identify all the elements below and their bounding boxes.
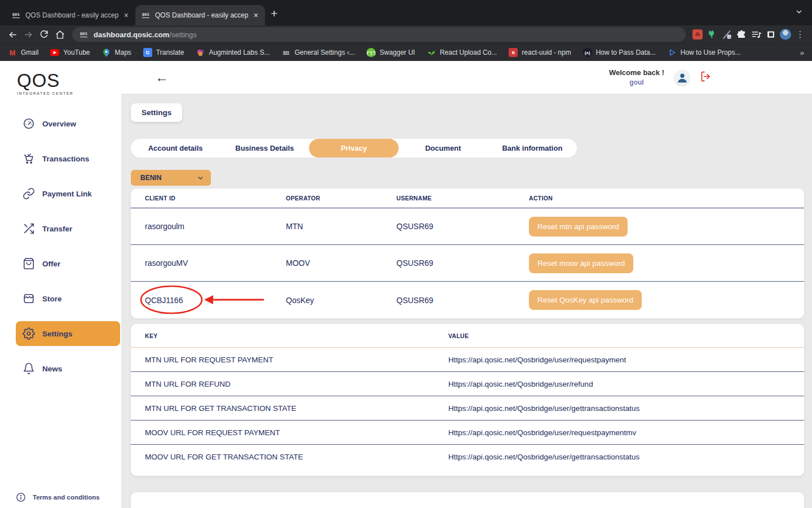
url-host: dashboard.qosic.com	[94, 30, 169, 39]
bookmark-youtube[interactable]: ▶YouTube	[50, 49, 90, 56]
urls-table-header: KEY VALUE	[131, 324, 804, 348]
clients-table: CLIENT ID OPERATOR USERNAME ACTION rasor…	[131, 189, 804, 318]
sidebar-item-transfer[interactable]: Transfer	[16, 216, 120, 241]
browser-back-button[interactable]	[5, 27, 20, 42]
tab-document[interactable]: Document	[399, 139, 488, 157]
maps-pin-icon	[102, 48, 111, 57]
bottom-card	[131, 492, 804, 508]
table-row: QCBJ1166 QosKey QSUSR69 Reset QosKey api…	[131, 282, 804, 318]
sidebar-item-overview[interactable]: Overview	[16, 111, 120, 136]
profile-avatar[interactable]	[778, 27, 793, 42]
browser-forward-button[interactable]	[20, 27, 36, 42]
qos-logo: QOS INTEGRATED CENTER	[0, 61, 121, 95]
sidebar-item-settings[interactable]: Settings	[16, 321, 120, 346]
page-back-icon[interactable]: ←	[155, 69, 169, 85]
url-path: /settings	[169, 30, 196, 39]
reset-qoskey-password-button[interactable]: Reset QosKey api password	[529, 290, 642, 310]
bookmarks-overflow-icon[interactable]: »	[800, 49, 804, 57]
logo-title: QOS	[17, 70, 121, 91]
sidebar-item-label: Payment Link	[42, 190, 92, 198]
tab-privacy[interactable]: Privacy	[309, 139, 398, 157]
url-value: Https://api.qosic.net/Qosbridge/user/req…	[448, 356, 804, 364]
bookmark-translate[interactable]: GTranslate	[143, 48, 184, 57]
sidebar-item-offer[interactable]: Offer	[16, 251, 120, 276]
operator: QosKey	[286, 296, 396, 305]
tab-title: QOS Dashboard - easily accep	[25, 11, 118, 19]
reset-moov-password-button[interactable]: Reset moov api password	[529, 253, 633, 273]
operator: MTN	[286, 222, 396, 231]
bookmark-general-settings[interactable]: QOSGeneral Settings ‹...	[282, 48, 355, 57]
bookmark-react-upload[interactable]: React Upload Co...	[427, 48, 497, 57]
col-key: KEY	[145, 332, 448, 339]
sidebar-item-store[interactable]: Store	[16, 286, 120, 311]
browser-toolbar: QOS dashboard.qosic.com/settings ⁂ ⋮	[0, 25, 812, 43]
shuffle-icon	[23, 222, 35, 235]
bookmark-how-to-use-props[interactable]: How to Use Props...	[668, 48, 741, 57]
sidebar-item-label: Transfer	[42, 225, 72, 233]
tab-search-chevron-icon[interactable]	[795, 8, 803, 18]
logo-subtitle: INTEGRATED CENTER	[17, 91, 121, 95]
reset-mtn-password-button[interactable]: Reset mtn api password	[529, 217, 628, 237]
translate-icon: G	[143, 48, 152, 57]
browser-reload-button[interactable]	[36, 27, 52, 42]
url-text: dashboard.qosic.com/settings	[94, 30, 197, 39]
extensions-puzzle-icon[interactable]	[734, 27, 749, 42]
col-value: VALUE	[448, 332, 804, 339]
terms-and-conditions-link[interactable]: Terms and conditions	[16, 492, 100, 502]
table-row: MTN URL FOR REQUEST PAYMENT Https://api.…	[131, 348, 804, 372]
sidebar-item-payment-link[interactable]: Payment Link	[16, 181, 120, 206]
sidebar-item-news[interactable]: News	[16, 356, 120, 381]
shopping-bag-icon	[23, 257, 35, 270]
bookmarks-bar: MGmail ▶YouTube Maps GTranslate Augminte…	[0, 43, 812, 61]
browser-home-button[interactable]	[52, 27, 68, 42]
sidebar-item-label: News	[42, 365, 62, 373]
bookmark-augminted-labs[interactable]: Augminted Labs S...	[196, 48, 270, 57]
sidebar-item-label: Settings	[42, 330, 72, 338]
bookmark-gmail[interactable]: MGmail	[8, 48, 38, 57]
bookmark-react-uuid[interactable]: nreact-uuid - npm	[509, 48, 571, 57]
close-tab-icon[interactable]: ×	[123, 11, 130, 19]
bookmark-swagger-ui[interactable]: {"}"}Swagger UI	[367, 48, 415, 57]
qos-favicon: QOS	[11, 11, 21, 20]
address-bar[interactable]: QOS dashboard.qosic.com/settings	[72, 27, 686, 42]
playlist-icon[interactable]	[749, 27, 764, 42]
browser-tab-2[interactable]: QOS QOS Dashboard - easily accep ×	[135, 5, 265, 25]
bookmark-how-to-pass-data[interactable]: (ʌ)How to Pass Data...	[583, 48, 656, 57]
link-icon	[23, 187, 35, 200]
storefront-icon	[23, 292, 35, 305]
user-avatar[interactable]	[674, 70, 690, 85]
extension-green-icon[interactable]	[705, 27, 720, 42]
pass-data-icon: (ʌ)	[583, 48, 592, 57]
browser-menu-icon[interactable]: ⋮	[793, 27, 807, 42]
close-tab-icon[interactable]: ×	[253, 11, 259, 19]
settings-tabs: Account details Business Details Privacy…	[131, 139, 577, 157]
gauge-icon	[23, 117, 35, 130]
country-select[interactable]: BENIN	[131, 170, 211, 186]
welcome-text: Welcome back !	[609, 68, 664, 77]
youtube-icon: ▶	[50, 49, 59, 56]
chevron-down-icon	[197, 174, 204, 182]
extension-pen-icon[interactable]	[720, 27, 734, 42]
side-panel-icon[interactable]	[764, 27, 778, 42]
browser-chrome: QOS QOS Dashboard - easily accep × QOS Q…	[0, 0, 812, 61]
qos-favicon: QOS	[282, 48, 291, 57]
url-key: MOOV URL FOR REQUEST PAYMENT	[145, 428, 448, 437]
sprout-icon	[427, 48, 436, 57]
new-tab-button[interactable]: +	[271, 7, 277, 20]
url-key: MOOV URL FOR GET TRANSACTION STATE	[145, 453, 448, 461]
sidebar-item-label: Store	[42, 295, 62, 303]
bookmark-maps[interactable]: Maps	[102, 48, 131, 57]
url-key: MTN URL FOR REQUEST PAYMENT	[145, 356, 448, 364]
table-row: rasorgoulm MTN QSUSR69 Reset mtn api pas…	[131, 208, 804, 245]
tab-bank-information[interactable]: Bank information	[488, 139, 577, 157]
tab-account-details[interactable]: Account details	[131, 139, 220, 157]
qos-favicon: QOS	[141, 11, 151, 20]
tab-business-details[interactable]: Business Details	[220, 139, 309, 157]
browser-tab-1[interactable]: QOS QOS Dashboard - easily accep ×	[6, 5, 135, 25]
username: QSUSR69	[396, 259, 529, 268]
bell-icon	[23, 362, 35, 375]
url-key: MTN URL FOR REFUND	[145, 380, 448, 388]
sidebar-item-transactions[interactable]: Transactions	[16, 146, 120, 171]
logout-icon[interactable]	[700, 71, 712, 85]
extension-red-icon[interactable]: ⁂	[690, 27, 705, 42]
